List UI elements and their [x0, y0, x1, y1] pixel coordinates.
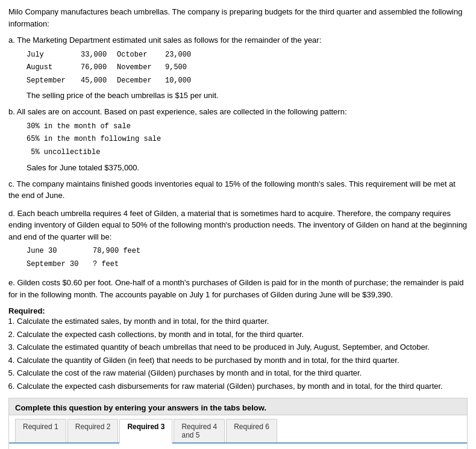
req-item-3: Calculate the estimated quantity of beac…	[17, 341, 468, 353]
month-november: November	[117, 61, 165, 75]
tab-required-4-5[interactable]: Required 4 and 5	[174, 419, 225, 442]
pattern-3: 5% uncollectible	[27, 146, 468, 159]
qty-august: 76,000	[81, 61, 117, 75]
section-c-label: c. The company maintains finished goods …	[8, 178, 468, 202]
tabs-row: Required 1 Required 2 Required 3 Require…	[9, 415, 467, 444]
tab-required-6[interactable]: Required 6	[226, 419, 277, 442]
price-note: The selling price of the beach umbrellas…	[27, 91, 468, 100]
req-item-1: Calculate the estimated sales, by month …	[17, 315, 468, 327]
section-a-label: a. The Marketing Department estimated un…	[8, 34, 468, 46]
required-list: Calculate the estimated sales, by month …	[17, 315, 468, 392]
qty-december: 10,000	[165, 75, 201, 88]
section-e-label: e. Gilden costs $0.60 per foot. One-half…	[8, 277, 468, 300]
sales-grid: July 33,000 October 23,000 August 76,000…	[27, 49, 468, 88]
qty-november: 9,500	[165, 61, 201, 75]
tab-content: Calculate the expected cash collections,…	[9, 444, 467, 449]
section-d-label: d. Each beach umbrella requires 4 feet o…	[8, 208, 468, 243]
tab-area-instruction: Complete this question by entering your …	[9, 398, 467, 415]
section-b-label: b. All sales are on account. Based on pa…	[8, 106, 468, 118]
req-item-4: Calculate the quantity of Gilden (in fee…	[17, 355, 468, 367]
june-note: Sales for June totaled $375,000.	[27, 163, 468, 172]
month-july: July	[27, 49, 81, 62]
pattern-1: 30% in the month of sale	[27, 120, 468, 134]
qty-september: 45,000	[81, 75, 117, 88]
tab-area: Complete this question by entering your …	[8, 398, 468, 449]
section-a: a. The Marketing Department estimated un…	[8, 34, 468, 100]
req-item-5: Calculate the cost of the raw material (…	[17, 367, 468, 379]
qty-july: 33,000	[81, 49, 117, 62]
month-december: December	[117, 75, 165, 88]
gilden-sep30-label: September 30	[27, 258, 93, 271]
qty-october: 23,000	[165, 49, 201, 62]
intro-text: Milo Company manufactures beach umbrella…	[8, 6, 468, 29]
gilden-june30-value: 78,900 feet	[93, 245, 147, 258]
month-september: September	[27, 75, 81, 88]
section-b: b. All sales are on account. Based on pa…	[8, 106, 468, 172]
collection-pattern: 30% in the month of sale 65% in the mont…	[27, 120, 468, 159]
tab-required-1[interactable]: Required 1	[15, 419, 66, 442]
pattern-2: 65% in the month following sale	[27, 133, 468, 146]
section-c: c. The company maintains finished goods …	[8, 178, 468, 202]
required-heading: Required:	[8, 306, 468, 315]
required-section: Required: Calculate the estimated sales,…	[8, 306, 468, 392]
month-august: August	[27, 61, 81, 75]
tab-required-2[interactable]: Required 2	[67, 419, 119, 442]
req-item-6: Calculate the expected cash disbursement…	[17, 380, 468, 392]
gilden-june30-label: June 30	[27, 245, 93, 258]
tab-required-3[interactable]: Required 3	[119, 419, 172, 444]
req-item-2: Calculate the expected cash collections,…	[17, 329, 468, 341]
section-d: d. Each beach umbrella requires 4 feet o…	[8, 208, 468, 271]
gilden-sep30-value: ? feet	[93, 258, 147, 271]
month-october: October	[117, 49, 165, 62]
gilden-inventory-grid: June 30 78,900 feet September 30 ? feet	[27, 245, 468, 271]
section-e: e. Gilden costs $0.60 per foot. One-half…	[8, 277, 468, 300]
